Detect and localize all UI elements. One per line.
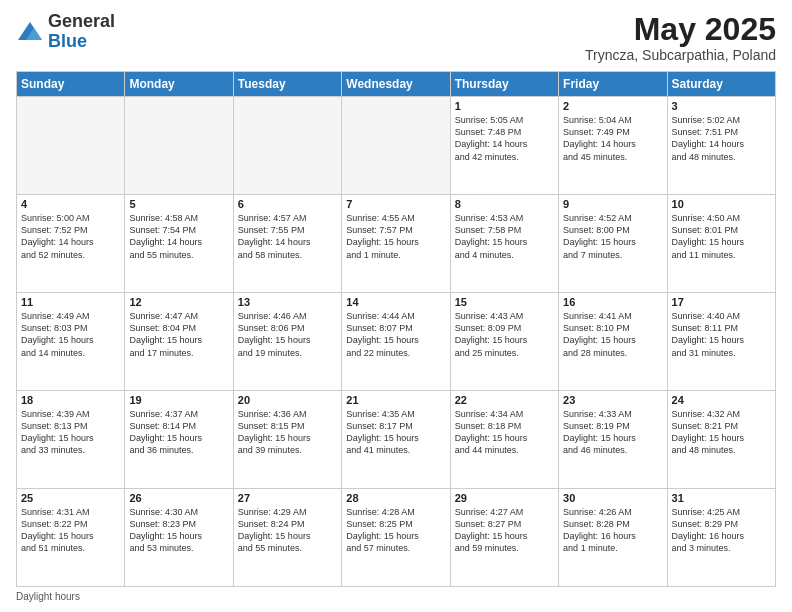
day-number: 5 xyxy=(129,198,228,210)
logo-icon xyxy=(16,18,44,46)
day-number: 27 xyxy=(238,492,337,504)
day-number: 24 xyxy=(672,394,771,406)
day-info: Sunrise: 4:34 AMSunset: 8:18 PMDaylight:… xyxy=(455,408,554,457)
calendar-cell: 22Sunrise: 4:34 AMSunset: 8:18 PMDayligh… xyxy=(450,391,558,489)
calendar-cell: 21Sunrise: 4:35 AMSunset: 8:17 PMDayligh… xyxy=(342,391,450,489)
calendar-cell: 31Sunrise: 4:25 AMSunset: 8:29 PMDayligh… xyxy=(667,489,775,587)
calendar-cell: 14Sunrise: 4:44 AMSunset: 8:07 PMDayligh… xyxy=(342,293,450,391)
day-info: Sunrise: 4:52 AMSunset: 8:00 PMDaylight:… xyxy=(563,212,662,261)
calendar-cell: 17Sunrise: 4:40 AMSunset: 8:11 PMDayligh… xyxy=(667,293,775,391)
logo-blue: Blue xyxy=(48,31,87,51)
day-info: Sunrise: 5:05 AMSunset: 7:48 PMDaylight:… xyxy=(455,114,554,163)
day-number: 2 xyxy=(563,100,662,112)
day-info: Sunrise: 4:58 AMSunset: 7:54 PMDaylight:… xyxy=(129,212,228,261)
day-number: 20 xyxy=(238,394,337,406)
calendar-week-3: 11Sunrise: 4:49 AMSunset: 8:03 PMDayligh… xyxy=(17,293,776,391)
col-header-saturday: Saturday xyxy=(667,72,775,97)
day-number: 30 xyxy=(563,492,662,504)
day-info: Sunrise: 4:49 AMSunset: 8:03 PMDaylight:… xyxy=(21,310,120,359)
calendar-cell xyxy=(17,97,125,195)
footer-note: Daylight hours xyxy=(16,591,776,602)
day-number: 22 xyxy=(455,394,554,406)
day-number: 26 xyxy=(129,492,228,504)
day-number: 28 xyxy=(346,492,445,504)
day-info: Sunrise: 4:57 AMSunset: 7:55 PMDaylight:… xyxy=(238,212,337,261)
day-number: 25 xyxy=(21,492,120,504)
calendar-cell: 5Sunrise: 4:58 AMSunset: 7:54 PMDaylight… xyxy=(125,195,233,293)
col-header-monday: Monday xyxy=(125,72,233,97)
day-info: Sunrise: 4:31 AMSunset: 8:22 PMDaylight:… xyxy=(21,506,120,555)
calendar-cell: 26Sunrise: 4:30 AMSunset: 8:23 PMDayligh… xyxy=(125,489,233,587)
page-title: May 2025 xyxy=(585,12,776,47)
day-info: Sunrise: 4:53 AMSunset: 7:58 PMDaylight:… xyxy=(455,212,554,261)
calendar-week-4: 18Sunrise: 4:39 AMSunset: 8:13 PMDayligh… xyxy=(17,391,776,489)
calendar-cell: 13Sunrise: 4:46 AMSunset: 8:06 PMDayligh… xyxy=(233,293,341,391)
day-info: Sunrise: 4:47 AMSunset: 8:04 PMDaylight:… xyxy=(129,310,228,359)
header: General Blue May 2025 Tryncza, Subcarpat… xyxy=(16,12,776,63)
calendar-cell: 10Sunrise: 4:50 AMSunset: 8:01 PMDayligh… xyxy=(667,195,775,293)
day-number: 17 xyxy=(672,296,771,308)
day-info: Sunrise: 4:36 AMSunset: 8:15 PMDaylight:… xyxy=(238,408,337,457)
day-info: Sunrise: 4:29 AMSunset: 8:24 PMDaylight:… xyxy=(238,506,337,555)
day-number: 1 xyxy=(455,100,554,112)
day-info: Sunrise: 4:46 AMSunset: 8:06 PMDaylight:… xyxy=(238,310,337,359)
day-number: 11 xyxy=(21,296,120,308)
day-info: Sunrise: 4:28 AMSunset: 8:25 PMDaylight:… xyxy=(346,506,445,555)
calendar-cell: 19Sunrise: 4:37 AMSunset: 8:14 PMDayligh… xyxy=(125,391,233,489)
day-info: Sunrise: 4:55 AMSunset: 7:57 PMDaylight:… xyxy=(346,212,445,261)
day-number: 10 xyxy=(672,198,771,210)
calendar-cell: 27Sunrise: 4:29 AMSunset: 8:24 PMDayligh… xyxy=(233,489,341,587)
calendar-cell xyxy=(342,97,450,195)
calendar-week-2: 4Sunrise: 5:00 AMSunset: 7:52 PMDaylight… xyxy=(17,195,776,293)
day-number: 9 xyxy=(563,198,662,210)
day-number: 15 xyxy=(455,296,554,308)
col-header-friday: Friday xyxy=(559,72,667,97)
day-info: Sunrise: 4:30 AMSunset: 8:23 PMDaylight:… xyxy=(129,506,228,555)
calendar-cell: 1Sunrise: 5:05 AMSunset: 7:48 PMDaylight… xyxy=(450,97,558,195)
calendar-cell: 30Sunrise: 4:26 AMSunset: 8:28 PMDayligh… xyxy=(559,489,667,587)
calendar-cell xyxy=(125,97,233,195)
day-info: Sunrise: 4:26 AMSunset: 8:28 PMDaylight:… xyxy=(563,506,662,555)
day-number: 7 xyxy=(346,198,445,210)
day-number: 31 xyxy=(672,492,771,504)
calendar-cell: 8Sunrise: 4:53 AMSunset: 7:58 PMDaylight… xyxy=(450,195,558,293)
col-header-sunday: Sunday xyxy=(17,72,125,97)
day-number: 12 xyxy=(129,296,228,308)
logo-text: General Blue xyxy=(48,12,115,52)
day-info: Sunrise: 4:41 AMSunset: 8:10 PMDaylight:… xyxy=(563,310,662,359)
calendar-cell: 4Sunrise: 5:00 AMSunset: 7:52 PMDaylight… xyxy=(17,195,125,293)
calendar-cell: 24Sunrise: 4:32 AMSunset: 8:21 PMDayligh… xyxy=(667,391,775,489)
title-block: May 2025 Tryncza, Subcarpathia, Poland xyxy=(585,12,776,63)
calendar-week-5: 25Sunrise: 4:31 AMSunset: 8:22 PMDayligh… xyxy=(17,489,776,587)
day-info: Sunrise: 4:40 AMSunset: 8:11 PMDaylight:… xyxy=(672,310,771,359)
day-info: Sunrise: 4:33 AMSunset: 8:19 PMDaylight:… xyxy=(563,408,662,457)
page: General Blue May 2025 Tryncza, Subcarpat… xyxy=(0,0,792,612)
calendar-cell xyxy=(233,97,341,195)
col-header-thursday: Thursday xyxy=(450,72,558,97)
calendar-cell: 7Sunrise: 4:55 AMSunset: 7:57 PMDaylight… xyxy=(342,195,450,293)
logo: General Blue xyxy=(16,12,115,52)
day-number: 3 xyxy=(672,100,771,112)
day-info: Sunrise: 4:50 AMSunset: 8:01 PMDaylight:… xyxy=(672,212,771,261)
day-number: 18 xyxy=(21,394,120,406)
day-info: Sunrise: 4:37 AMSunset: 8:14 PMDaylight:… xyxy=(129,408,228,457)
calendar-cell: 18Sunrise: 4:39 AMSunset: 8:13 PMDayligh… xyxy=(17,391,125,489)
calendar-cell: 6Sunrise: 4:57 AMSunset: 7:55 PMDaylight… xyxy=(233,195,341,293)
day-number: 6 xyxy=(238,198,337,210)
day-info: Sunrise: 4:43 AMSunset: 8:09 PMDaylight:… xyxy=(455,310,554,359)
calendar-cell: 15Sunrise: 4:43 AMSunset: 8:09 PMDayligh… xyxy=(450,293,558,391)
col-header-wednesday: Wednesday xyxy=(342,72,450,97)
calendar-cell: 28Sunrise: 4:28 AMSunset: 8:25 PMDayligh… xyxy=(342,489,450,587)
calendar-cell: 2Sunrise: 5:04 AMSunset: 7:49 PMDaylight… xyxy=(559,97,667,195)
calendar-cell: 25Sunrise: 4:31 AMSunset: 8:22 PMDayligh… xyxy=(17,489,125,587)
col-header-tuesday: Tuesday xyxy=(233,72,341,97)
day-info: Sunrise: 4:44 AMSunset: 8:07 PMDaylight:… xyxy=(346,310,445,359)
day-number: 23 xyxy=(563,394,662,406)
page-subtitle: Tryncza, Subcarpathia, Poland xyxy=(585,47,776,63)
day-number: 13 xyxy=(238,296,337,308)
day-number: 8 xyxy=(455,198,554,210)
day-info: Sunrise: 4:27 AMSunset: 8:27 PMDaylight:… xyxy=(455,506,554,555)
header-row: SundayMondayTuesdayWednesdayThursdayFrid… xyxy=(17,72,776,97)
day-number: 14 xyxy=(346,296,445,308)
day-info: Sunrise: 5:04 AMSunset: 7:49 PMDaylight:… xyxy=(563,114,662,163)
